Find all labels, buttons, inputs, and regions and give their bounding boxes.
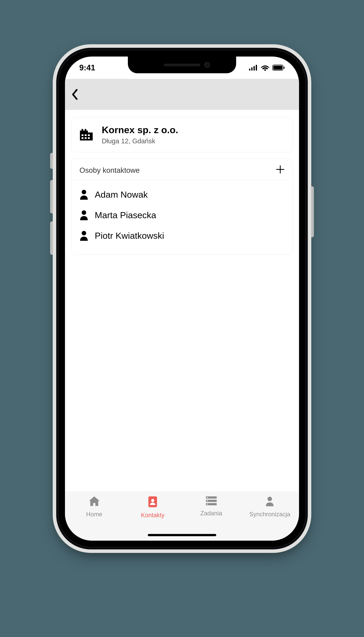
company-name: Kornex sp. z o.o. — [102, 124, 178, 135]
svg-rect-23 — [207, 497, 208, 498]
content: Kornex sp. z o.o. Długa 12, Gdańsk Osoby… — [65, 110, 299, 255]
company-info: Kornex sp. z o.o. Długa 12, Gdańsk — [102, 124, 178, 145]
status-right — [249, 64, 285, 71]
home-icon — [88, 496, 100, 508]
contacts-header: Osoby kontaktowe — [72, 159, 292, 180]
back-button[interactable] — [71, 89, 78, 100]
tab-home[interactable]: Home — [65, 496, 124, 541]
svg-point-19 — [151, 499, 154, 502]
mute-switch — [50, 153, 54, 169]
svg-point-26 — [268, 497, 272, 501]
side-button — [310, 186, 314, 237]
svg-rect-2 — [254, 66, 255, 70]
svg-rect-3 — [256, 65, 257, 70]
contact-name: Adam Nowak — [95, 189, 148, 200]
person-icon — [80, 210, 88, 220]
front-camera — [204, 62, 210, 68]
person-icon — [80, 230, 88, 241]
svg-rect-6 — [284, 66, 284, 69]
phone-bezel: 9:41 — [58, 49, 306, 548]
volume-up-button — [50, 180, 54, 214]
company-card[interactable]: Kornex sp. z o.o. Długa 12, Gdańsk — [71, 117, 293, 152]
tab-label: Home — [86, 511, 102, 518]
svg-rect-9 — [82, 134, 84, 136]
contact-row[interactable]: Adam Nowak — [80, 184, 284, 205]
tab-sync[interactable]: Synchronizacja — [240, 496, 299, 541]
svg-rect-1 — [251, 67, 252, 70]
volume-down-button — [50, 221, 54, 255]
speaker-grill — [164, 64, 200, 66]
contact-row[interactable]: Marta Piasecka — [80, 205, 284, 225]
svg-point-15 — [82, 190, 86, 194]
contacts-title: Osoby kontaktowe — [80, 166, 140, 174]
tasks-icon — [206, 496, 217, 507]
tab-label: Kontakty — [141, 512, 164, 519]
battery-icon — [272, 65, 285, 71]
contact-row[interactable]: Piotr Kwiatkowski — [80, 225, 284, 246]
contact-list: Adam Nowak Marta Piasecka — [72, 180, 292, 255]
home-indicator[interactable] — [148, 534, 216, 536]
contacts-card: Osoby kontaktowe Adam Nowak — [71, 158, 293, 255]
svg-rect-25 — [207, 504, 208, 505]
svg-rect-5 — [273, 66, 282, 70]
contact-name: Piotr Kwiatkowski — [95, 230, 164, 241]
clock: 9:41 — [79, 63, 95, 72]
tab-label: Synchronizacja — [249, 511, 290, 518]
svg-point-16 — [82, 210, 86, 215]
svg-rect-8 — [80, 132, 93, 140]
add-contact-button[interactable] — [276, 165, 284, 175]
svg-rect-11 — [88, 134, 90, 136]
company-address: Długa 12, Gdańsk — [102, 137, 178, 145]
svg-rect-14 — [88, 137, 90, 139]
svg-marker-7 — [80, 129, 88, 132]
screen: 9:41 — [65, 56, 299, 541]
notch — [128, 56, 236, 73]
cellular-icon — [249, 65, 258, 70]
company-icon — [79, 127, 94, 142]
sync-icon — [265, 496, 274, 508]
svg-rect-0 — [249, 69, 250, 70]
svg-rect-12 — [82, 137, 84, 139]
wifi-icon — [261, 64, 270, 71]
svg-rect-24 — [207, 500, 208, 501]
nav-bar — [65, 79, 299, 110]
tab-bar: Home Kontakty Zadania — [65, 491, 299, 541]
contacts-icon — [148, 496, 158, 509]
svg-rect-10 — [85, 134, 86, 136]
contact-name: Marta Piasecka — [95, 210, 156, 220]
svg-rect-13 — [85, 137, 86, 139]
tab-label: Zadania — [200, 510, 222, 517]
phone-frame: 9:41 — [56, 48, 308, 550]
svg-point-17 — [82, 231, 86, 235]
person-icon — [80, 190, 88, 200]
